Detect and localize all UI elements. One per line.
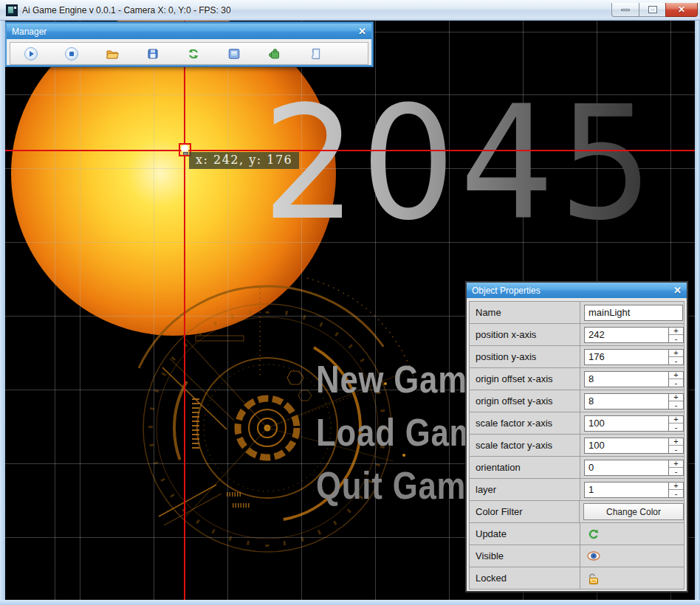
refresh-button[interactable] xyxy=(173,43,213,64)
scene-menu-quit-game: Quit Game xyxy=(316,466,484,505)
position-y-stepper: + - xyxy=(668,349,684,365)
crosshair-horizontal-line xyxy=(5,150,695,151)
decrement-button[interactable]: - xyxy=(669,424,683,431)
property-row-color-filter: Color Filter Change Color xyxy=(470,501,684,523)
property-row-position-x: position x-axis + - xyxy=(470,324,684,346)
property-row-update: Update xyxy=(470,523,684,545)
open-button[interactable] xyxy=(92,43,132,64)
scale-x-input[interactable] xyxy=(584,415,668,432)
property-label: scale factor y-axis xyxy=(470,435,580,456)
minimize-icon xyxy=(621,9,630,11)
app-window: 2045 New Game Load Game Quit Game x: 242… xyxy=(0,0,700,605)
decrement-button[interactable]: - xyxy=(669,379,683,387)
display-icon xyxy=(227,46,241,61)
minimize-button[interactable] xyxy=(611,3,639,17)
manager-toolbar xyxy=(10,42,368,65)
manager-titlebar[interactable]: Manager ✕ xyxy=(7,24,371,39)
name-input[interactable] xyxy=(584,305,683,321)
plugin-button[interactable] xyxy=(254,43,295,64)
eye-icon[interactable] xyxy=(587,551,600,561)
property-row-scale-y: scale factor y-axis + - xyxy=(470,435,684,457)
property-label: Name xyxy=(470,302,580,323)
property-label: position y-axis xyxy=(470,346,580,367)
window-frame-bottom xyxy=(0,600,700,605)
manager-close-icon[interactable]: ✕ xyxy=(358,26,366,37)
open-folder-icon xyxy=(105,46,120,61)
property-row-name: Name xyxy=(470,302,684,324)
property-label: origin offset y-axis xyxy=(470,390,580,412)
property-table: Name position x-axis + - position y-axis xyxy=(469,301,684,590)
decrement-button[interactable]: - xyxy=(669,357,683,364)
play-icon xyxy=(24,46,38,61)
orientation-input[interactable] xyxy=(584,460,668,476)
property-label: orientation xyxy=(470,457,580,478)
orientation-stepper: + - xyxy=(668,460,684,476)
decrement-button[interactable]: - xyxy=(669,446,683,453)
property-label: scale factor x-axis xyxy=(470,412,580,434)
property-row-origin-offset-y: origin offset y-axis + - xyxy=(470,390,684,412)
origin-offset-x-input[interactable] xyxy=(584,371,668,387)
script-icon xyxy=(308,46,323,61)
property-label: Color Filter xyxy=(470,501,580,522)
maximize-button[interactable] xyxy=(639,3,665,17)
object-properties-close-icon[interactable]: ✕ xyxy=(673,285,682,296)
manager-title: Manager xyxy=(12,27,47,37)
save-button[interactable] xyxy=(132,43,173,64)
property-row-locked: Locked xyxy=(470,567,684,590)
decrement-button[interactable]: - xyxy=(669,490,683,497)
position-x-stepper: + - xyxy=(668,327,684,343)
window-frame-right xyxy=(695,21,700,600)
scale-y-input[interactable] xyxy=(584,438,668,454)
position-tooltip: x: 242, y: 176 xyxy=(189,152,299,169)
origin-offset-y-input[interactable] xyxy=(584,393,668,409)
property-row-orientation: orientation + - xyxy=(470,457,684,479)
decrement-button[interactable]: - xyxy=(669,468,683,475)
property-label: Locked xyxy=(470,567,580,589)
layer-stepper: + - xyxy=(668,482,684,498)
change-color-button[interactable]: Change Color xyxy=(583,503,684,520)
scene-menu-new-game: New Game xyxy=(316,360,486,398)
update-refresh-icon[interactable] xyxy=(587,528,599,540)
object-properties-titlebar[interactable]: Object Properties ✕ xyxy=(467,283,687,298)
play-button[interactable] xyxy=(10,43,51,64)
property-row-origin-offset-x: origin offset x-axis + - xyxy=(470,368,684,390)
property-label: Update xyxy=(470,523,580,544)
close-icon: ✕ xyxy=(678,4,685,15)
layer-input[interactable] xyxy=(584,482,668,498)
property-label: Visible xyxy=(470,545,580,567)
property-row-visible: Visible xyxy=(470,545,684,567)
property-row-scale-x: scale factor x-axis + - xyxy=(470,412,684,435)
window-titlebar: Ai Game Engine v 0.0.1 - Camera X: 0, Y:… xyxy=(0,0,700,21)
scale-y-stepper: + - xyxy=(668,438,684,454)
refresh-icon xyxy=(186,46,201,61)
maximize-icon xyxy=(649,7,656,13)
save-icon xyxy=(145,46,160,61)
position-x-input[interactable] xyxy=(584,327,668,343)
close-button[interactable]: ✕ xyxy=(665,3,698,17)
stop-icon xyxy=(64,46,79,61)
script-button[interactable] xyxy=(295,43,335,64)
scale-x-stepper: + - xyxy=(668,415,684,432)
manager-window: Manager ✕ xyxy=(5,22,373,66)
stop-button[interactable] xyxy=(51,43,92,64)
origin-offset-x-stepper: + - xyxy=(668,371,684,387)
display-button[interactable] xyxy=(213,43,254,64)
property-label: origin offset x-axis xyxy=(470,368,580,390)
property-label: position x-axis xyxy=(470,324,580,345)
app-icon xyxy=(6,4,18,16)
object-properties-window: Object Properties ✕ Name position x-axis… xyxy=(465,281,688,592)
property-row-position-y: position y-axis + - xyxy=(470,346,684,368)
lock-open-icon[interactable] xyxy=(587,573,600,584)
crosshair-vertical-line xyxy=(184,21,185,600)
property-label: layer xyxy=(470,479,580,500)
decrement-button[interactable]: - xyxy=(669,401,683,409)
decrement-button[interactable]: - xyxy=(669,335,683,342)
window-controls: ✕ xyxy=(611,3,698,17)
window-title: Ai Game Engine v 0.0.1 - Camera X: 0, Y:… xyxy=(22,5,231,15)
origin-offset-y-stepper: + - xyxy=(668,393,684,409)
plugin-icon xyxy=(267,46,282,61)
year-background-text: 2045 xyxy=(262,86,657,242)
position-y-input[interactable] xyxy=(584,349,668,365)
property-row-layer: layer + - xyxy=(470,479,684,501)
object-properties-title: Object Properties xyxy=(472,286,541,296)
